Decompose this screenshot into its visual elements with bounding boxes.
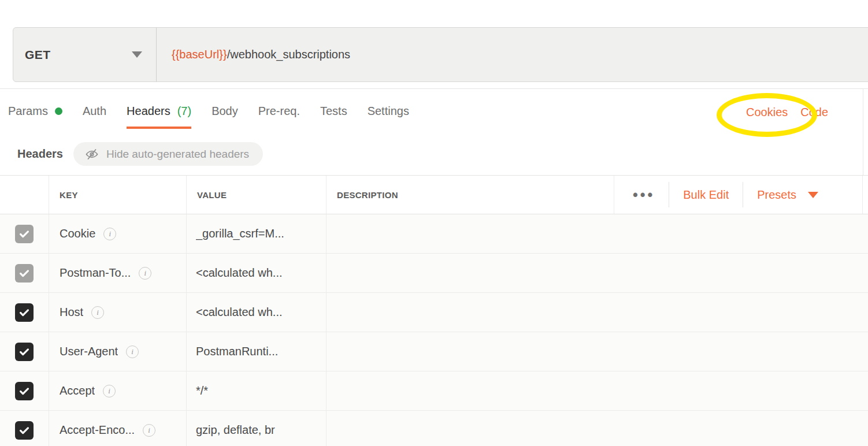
tab-settings[interactable]: Settings [368, 105, 409, 129]
check-icon [18, 345, 31, 358]
code-link[interactable]: Code [800, 106, 828, 119]
header-key: Cookie [60, 227, 95, 240]
table-row: Accept-Enco... i gzip, deflate, br [0, 411, 868, 446]
header-value: PostmanRunti... [196, 345, 278, 358]
tab-pre-req[interactable]: Pre-req. [258, 105, 300, 129]
description-cell[interactable] [327, 411, 868, 446]
eye-slash-icon [85, 147, 99, 161]
table-row: Postman-To... i <calculated wh... [0, 254, 868, 293]
method-label: GET [25, 48, 51, 62]
check-icon [18, 228, 31, 240]
value-column-header: VALUE [187, 176, 327, 214]
tab-body-label: Body [212, 105, 238, 118]
select-column-header [0, 176, 49, 214]
key-column-header: KEY [49, 176, 187, 214]
headers-section-title: Headers [17, 147, 63, 161]
key-cell[interactable]: Cookie i [49, 214, 187, 253]
key-cell[interactable]: User-Agent i [49, 332, 187, 371]
description-cell[interactable] [327, 293, 868, 332]
presets-caret-icon [808, 192, 818, 198]
value-cell[interactable]: <calculated wh... [187, 293, 327, 332]
headers-subheader: Headers Hide auto-generated headers [17, 142, 263, 166]
check-icon [18, 267, 31, 280]
header-value: gzip, deflate, br [196, 423, 275, 437]
presets-dropdown[interactable]: Presets [757, 188, 818, 202]
header-key: Accept [60, 384, 95, 397]
request-aux-links: Cookies Code [746, 106, 828, 119]
info-icon[interactable]: i [143, 424, 155, 437]
toggle-label: Hide auto-generated headers [106, 148, 249, 161]
url-input[interactable]: {{baseUrl}}/webhook_subscriptions [157, 28, 868, 81]
actions-divider [669, 182, 669, 207]
params-green-dot-icon [55, 107, 62, 115]
info-icon[interactable]: i [139, 267, 151, 280]
row-check-cell [0, 371, 49, 410]
request-url-bar: GET {{baseUrl}}/webhook_subscriptions [13, 27, 868, 82]
table-row: User-Agent i PostmanRunti... [0, 332, 868, 371]
info-icon[interactable]: i [103, 228, 116, 240]
chevron-down-icon [132, 51, 142, 58]
request-tabs: Params Auth Headers (7) Body Pre-req. Te… [8, 105, 409, 129]
row-check-cell [0, 214, 49, 253]
tab-body[interactable]: Body [212, 105, 238, 129]
row-checkbox[interactable] [15, 421, 34, 440]
tab-pre-req-label: Pre-req. [258, 105, 300, 118]
key-cell[interactable]: Accept i [49, 371, 187, 410]
key-cell[interactable]: Accept-Enco... i [49, 411, 187, 446]
check-icon [18, 385, 31, 397]
row-checkbox[interactable] [15, 343, 34, 361]
tab-tests[interactable]: Tests [320, 105, 347, 129]
check-icon [18, 424, 31, 437]
info-icon[interactable]: i [91, 306, 104, 319]
bulk-edit-button[interactable]: Bulk Edit [683, 188, 729, 202]
headers-count-badge: (7) [177, 105, 191, 118]
header-key: Accept-Enco... [60, 423, 135, 437]
value-cell[interactable]: */* [187, 371, 327, 410]
cookies-link[interactable]: Cookies [746, 106, 788, 119]
check-icon [18, 306, 31, 319]
url-path: /webhook_subscriptions [227, 48, 350, 61]
row-check-cell [0, 254, 49, 292]
row-check-cell [0, 411, 49, 446]
tab-auth[interactable]: Auth [83, 105, 106, 129]
table-row: Accept i */* [0, 371, 868, 411]
header-key: Postman-To... [60, 266, 131, 280]
tab-headers[interactable]: Headers (7) [127, 105, 191, 129]
info-icon[interactable]: i [103, 385, 116, 397]
table-row: Cookie i _gorilla_csrf=M... [0, 214, 868, 254]
value-cell[interactable]: _gorilla_csrf=M... [187, 214, 327, 253]
header-value: <calculated wh... [196, 306, 283, 319]
value-cell[interactable]: PostmanRunti... [187, 332, 327, 371]
hide-auto-generated-headers-toggle[interactable]: Hide auto-generated headers [73, 142, 263, 166]
row-checkbox[interactable] [15, 264, 34, 283]
actions-divider [743, 182, 743, 207]
tab-headers-label: Headers [127, 105, 170, 118]
value-cell[interactable]: gzip, deflate, br [187, 411, 327, 446]
row-checkbox[interactable] [15, 225, 34, 243]
info-icon[interactable]: i [126, 345, 139, 358]
table-header-row: KEY VALUE DESCRIPTION ••• Bulk Edit Pres… [0, 175, 868, 214]
tab-params[interactable]: Params [8, 105, 62, 129]
tab-params-label: Params [8, 105, 48, 118]
row-checkbox[interactable] [15, 382, 34, 400]
headers-table: KEY VALUE DESCRIPTION ••• Bulk Edit Pres… [0, 175, 868, 446]
tab-settings-label: Settings [368, 105, 409, 118]
url-variable: {{baseUrl}} [172, 48, 227, 61]
value-cell[interactable]: <calculated wh... [187, 254, 327, 292]
key-cell[interactable]: Postman-To... i [49, 254, 187, 292]
header-value: <calculated wh... [196, 266, 283, 280]
description-cell[interactable] [327, 254, 868, 292]
header-key: User-Agent [60, 345, 118, 358]
header-key: Host [60, 306, 83, 319]
description-cell[interactable] [327, 214, 868, 253]
table-row: Host i <calculated wh... [0, 293, 868, 332]
description-cell[interactable] [327, 332, 868, 371]
key-cell[interactable]: Host i [49, 293, 187, 332]
row-checkbox[interactable] [15, 303, 34, 322]
header-value: */* [196, 384, 208, 397]
table-actions: ••• Bulk Edit Presets [614, 176, 863, 214]
description-cell[interactable] [327, 371, 868, 410]
method-dropdown[interactable]: GET [13, 28, 157, 81]
header-value: _gorilla_csrf=M... [196, 227, 284, 240]
presets-label: Presets [757, 188, 796, 202]
